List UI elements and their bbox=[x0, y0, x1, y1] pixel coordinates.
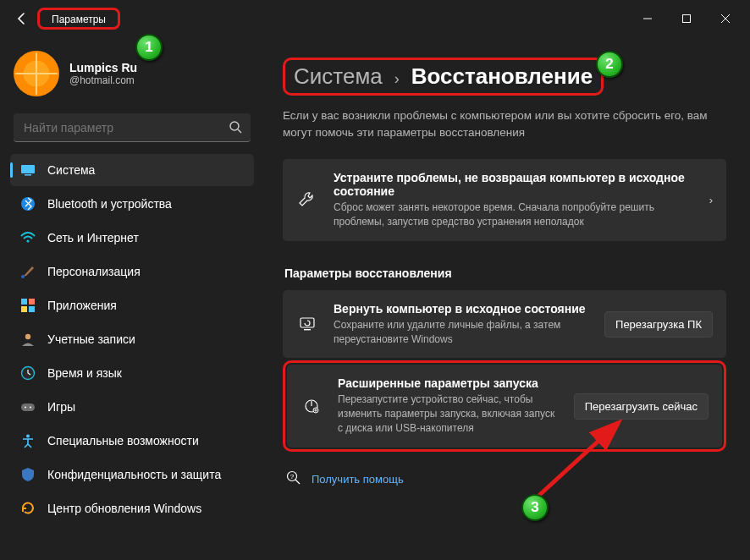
accounts-icon bbox=[20, 332, 36, 347]
get-help-link[interactable]: Получить помощь bbox=[312, 473, 404, 486]
sidebar-item-accessibility[interactable]: Специальные возможности bbox=[10, 425, 254, 457]
page-title: Восстановление bbox=[411, 63, 593, 90]
wifi-icon bbox=[20, 230, 36, 245]
sidebar-item-time[interactable]: Время и язык bbox=[10, 357, 254, 389]
account-name: Lumpics Ru bbox=[69, 61, 137, 74]
reset-pc-card: Вернуть компьютер в исходное состояние С… bbox=[283, 290, 726, 359]
gaming-icon bbox=[20, 399, 36, 415]
clock-icon bbox=[20, 365, 36, 381]
reset-pc-button[interactable]: Перезагрузка ПК bbox=[604, 311, 713, 338]
app-title: Параметры bbox=[45, 10, 113, 29]
svg-line-3 bbox=[238, 129, 241, 133]
account-block[interactable]: Lumpics Ru @hotmail.com bbox=[10, 44, 254, 110]
svg-rect-4 bbox=[21, 165, 35, 173]
account-email: @hotmail.com bbox=[69, 74, 137, 86]
sidebar-item-label: Специальные возможности bbox=[47, 434, 199, 447]
sidebar-item-personalization[interactable]: Персонализация bbox=[10, 255, 254, 288]
advanced-title: Расширенные параметры запуска bbox=[338, 376, 559, 390]
troubleshoot-desc: Сброс может занять некоторое время. Снач… bbox=[334, 200, 694, 229]
sidebar-item-label: Время и язык bbox=[47, 366, 122, 380]
update-icon bbox=[20, 501, 36, 516]
annotation-marker-2: 2 bbox=[596, 51, 623, 78]
reset-icon bbox=[296, 315, 318, 333]
sidebar-item-label: Bluetooth и устройства bbox=[47, 197, 172, 211]
svg-rect-5 bbox=[25, 174, 31, 176]
maximize-button[interactable] bbox=[667, 5, 706, 32]
startup-icon bbox=[301, 397, 323, 415]
avatar bbox=[14, 51, 59, 96]
svg-rect-12 bbox=[29, 306, 35, 312]
shield-icon bbox=[20, 467, 36, 482]
svg-line-25 bbox=[295, 480, 300, 484]
svg-point-2 bbox=[230, 122, 239, 130]
sidebar-item-label: Сеть и Интернет bbox=[47, 231, 139, 244]
advanced-startup-card: Расширенные параметры запуска Перезапуст… bbox=[287, 365, 722, 447]
sidebar-item-label: Система bbox=[47, 163, 95, 177]
reset-title: Вернуть компьютер в исходное состояние bbox=[334, 302, 589, 316]
back-button[interactable] bbox=[10, 7, 34, 30]
sidebar-item-network[interactable]: Сеть и Интернет bbox=[10, 222, 254, 254]
accessibility-icon bbox=[20, 433, 36, 448]
svg-point-7 bbox=[26, 239, 29, 242]
sidebar-item-label: Приложения bbox=[47, 299, 117, 312]
annotation-marker-1: 1 bbox=[135, 34, 163, 61]
restart-now-button[interactable]: Перезагрузить сейчас bbox=[574, 393, 709, 420]
breadcrumb-root[interactable]: Система bbox=[294, 63, 383, 90]
advanced-desc: Перезапустите устройство сейчас, чтобы и… bbox=[338, 393, 559, 435]
svg-rect-20 bbox=[304, 329, 311, 330]
section-header: Параметры восстановления bbox=[284, 266, 726, 280]
svg-rect-10 bbox=[29, 299, 35, 305]
svg-rect-9 bbox=[21, 299, 27, 305]
system-icon bbox=[20, 162, 36, 178]
sidebar-item-label: Центр обновления Windows bbox=[47, 502, 201, 515]
sidebar-item-privacy[interactable]: Конфиденциальность и защита bbox=[10, 458, 254, 491]
sidebar-item-label: Персонализация bbox=[47, 265, 141, 278]
sidebar-item-apps[interactable]: Приложения bbox=[10, 289, 254, 321]
search-icon bbox=[229, 120, 242, 136]
svg-point-18 bbox=[26, 435, 30, 438]
svg-point-8 bbox=[21, 275, 25, 278]
search-input[interactable] bbox=[14, 113, 251, 142]
sidebar-item-accounts[interactable]: Учетные записи bbox=[10, 323, 254, 355]
apps-icon bbox=[20, 298, 36, 313]
minimize-button[interactable] bbox=[628, 5, 667, 32]
sidebar-item-gaming[interactable]: Игры bbox=[10, 391, 254, 423]
sidebar-item-system[interactable]: Система bbox=[10, 154, 254, 186]
reset-desc: Сохраните или удалите личные файлы, а за… bbox=[334, 318, 589, 347]
sidebar-item-update[interactable]: Центр обновления Windows bbox=[10, 492, 254, 524]
sidebar-item-label: Конфиденциальность и защита bbox=[47, 468, 221, 481]
annotation-marker-3: 3 bbox=[521, 494, 549, 521]
sidebar-item-label: Игры bbox=[47, 400, 75, 414]
svg-point-17 bbox=[30, 407, 31, 409]
svg-point-16 bbox=[25, 407, 26, 409]
breadcrumb: Система › Восстановление bbox=[294, 63, 593, 90]
close-button[interactable] bbox=[706, 5, 745, 32]
bluetooth-icon bbox=[20, 196, 36, 211]
sidebar-item-label: Учетные записи bbox=[47, 332, 135, 346]
troubleshoot-title: Устраните проблемы, не возвращая компьют… bbox=[334, 171, 694, 198]
svg-rect-15 bbox=[21, 404, 35, 411]
svg-point-13 bbox=[25, 334, 30, 339]
chevron-right-icon: › bbox=[394, 70, 400, 88]
wrench-icon bbox=[296, 190, 318, 209]
troubleshoot-card[interactable]: Устраните проблемы, не возвращая компьют… bbox=[283, 159, 726, 241]
svg-text:?: ? bbox=[290, 473, 295, 480]
brush-icon bbox=[20, 264, 36, 279]
help-icon: ? bbox=[286, 470, 301, 488]
svg-rect-1 bbox=[683, 15, 691, 23]
chevron-right-icon: › bbox=[709, 194, 713, 206]
svg-rect-11 bbox=[21, 306, 27, 312]
sidebar-item-bluetooth[interactable]: Bluetooth и устройства bbox=[10, 188, 254, 220]
intro-text: Если у вас возникли проблемы с компьютер… bbox=[283, 107, 714, 140]
